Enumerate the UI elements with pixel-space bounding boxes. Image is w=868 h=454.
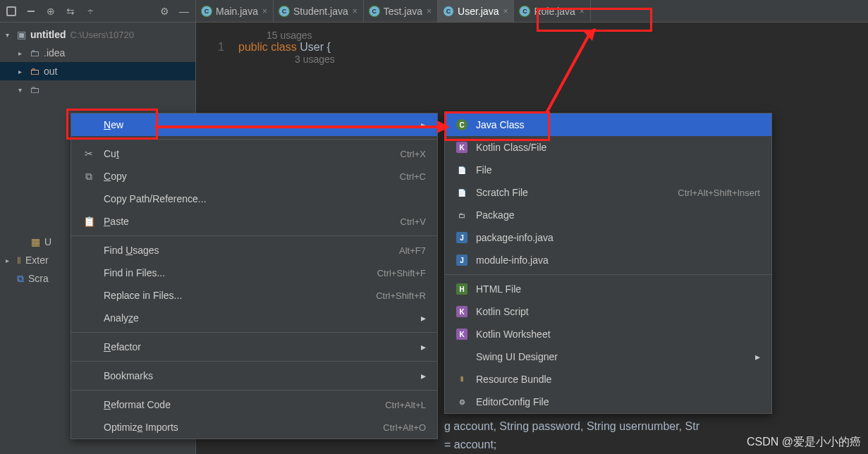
tree-folder[interactable]: ▾ 🗀	[0, 80, 195, 99]
file-icon: ▦	[31, 236, 40, 247]
minus-icon[interactable]	[25, 6, 37, 17]
java-class-icon: C	[369, 6, 379, 16]
menu-package-info[interactable]: J package-info.java	[445, 226, 771, 249]
menu-replacefiles[interactable]: Replace in Files... Ctrl+Shift+R	[71, 284, 437, 307]
kotlin-icon: K	[456, 142, 467, 153]
tree-label: Exter	[25, 254, 49, 266]
menu-java-class[interactable]: C Java Class	[445, 114, 771, 136]
code-line: public class User {	[238, 41, 331, 54]
arrows-icon[interactable]: ⇆	[65, 6, 76, 17]
usages-hint[interactable]: 3 usages	[196, 54, 868, 65]
context-menu-new: C Java Class K Kotlin Class/File 📄 File …	[444, 113, 772, 414]
menu-bookmarks[interactable]: Bookmarks ▸	[71, 364, 437, 387]
file-icon: 📄	[456, 164, 467, 176]
chevron-right-icon: ▸	[421, 370, 426, 381]
tab-label: Role.java	[534, 6, 575, 17]
menu-editorconfig[interactable]: ⚙ EditorConfig File	[445, 391, 771, 413]
menu-file[interactable]: 📄 File	[445, 159, 771, 181]
menu-kotlin-worksheet[interactable]: K Kotlin Worksheet	[445, 323, 771, 345]
divide-icon[interactable]: ÷	[85, 6, 96, 17]
chevron-right-icon: ▸	[18, 49, 25, 57]
menu-swing-designer[interactable]: Swing UI Designer ▸	[445, 345, 771, 368]
usages-hint[interactable]: 15 usages	[196, 30, 868, 41]
libs-icon: ⦀	[17, 254, 21, 266]
menu-refactor[interactable]: Refactor ▸	[71, 336, 437, 358]
menu-findusages[interactable]: Find Usages Alt+F7	[71, 239, 437, 262]
tab-label: Test.java	[384, 6, 422, 17]
tab-test[interactable]: C Test.java ×	[364, 0, 438, 22]
menu-separator	[445, 274, 771, 275]
close-icon[interactable]: ×	[580, 6, 585, 16]
tree-path: C:\Users\10720	[71, 30, 134, 40]
tab-label: Student.java	[293, 6, 348, 17]
project-toolbar: ⊕ ⇆ ÷ ⚙ —	[0, 0, 195, 23]
tree-label: untitled	[30, 29, 66, 40]
cut-icon: ✂	[82, 148, 95, 159]
menu-findfiles[interactable]: Find in Files... Ctrl+Shift+F	[71, 262, 437, 284]
paste-icon: 📋	[82, 216, 95, 227]
html-icon: H	[456, 283, 467, 295]
watermark: CSDN @爱是小小的癌	[747, 435, 861, 450]
chevron-right-icon: ▸	[755, 351, 760, 362]
module-icon: ▣	[17, 29, 26, 40]
close-icon[interactable]: ×	[427, 6, 432, 16]
menu-analyze[interactable]: Analyze ▸	[71, 307, 437, 329]
menu-separator	[71, 361, 437, 362]
tab-label: Main.java	[216, 6, 258, 17]
tree-out-folder[interactable]: ▸ 🗀 out	[0, 62, 195, 80]
menu-module-info[interactable]: J module-info.java	[445, 249, 771, 271]
project-dropdown-icon[interactable]	[6, 6, 17, 17]
java-class-icon: C	[202, 6, 212, 16]
target-icon[interactable]: ⊕	[45, 6, 56, 17]
editor-tabs: C Main.java × C Student.java × C Test.ja…	[196, 0, 868, 23]
tab-student[interactable]: C Student.java ×	[274, 0, 364, 22]
menu-scratch-file[interactable]: 📄 Scratch File Ctrl+Alt+Shift+Insert	[445, 181, 771, 204]
java-file-icon: J	[456, 232, 467, 243]
chevron-right-icon: ▸	[6, 257, 13, 264]
code-editor[interactable]: 15 usages 1 public class User { 3 usages	[196, 23, 868, 72]
hide-icon[interactable]: —	[178, 6, 190, 17]
menu-separator	[71, 332, 437, 333]
gear-icon: ⚙	[456, 396, 467, 407]
chevron-down-icon: ▾	[6, 31, 13, 39]
menu-kotlin-script[interactable]: K Kotlin Script	[445, 300, 771, 323]
menu-cut[interactable]: ✂ Cut Ctrl+X	[71, 142, 437, 165]
menu-html-file[interactable]: H HTML File	[445, 278, 771, 300]
copy-icon: ⧉	[82, 171, 95, 183]
tab-main[interactable]: C Main.java ×	[196, 0, 274, 22]
menu-reformat[interactable]: Reformat Code Ctrl+Alt+L	[71, 393, 437, 416]
menu-copy[interactable]: ⧉ Copy Ctrl+C	[71, 165, 437, 188]
chevron-right-icon: ▸	[421, 119, 426, 130]
menu-package[interactable]: 🗀 Package	[445, 204, 771, 226]
tab-role[interactable]: C Role.java ×	[514, 0, 590, 22]
folder-icon: 🗀	[30, 47, 39, 59]
tree-root[interactable]: ▾ ▣ untitled C:\Users\10720	[0, 25, 195, 44]
chevron-down-icon: ▾	[18, 86, 25, 94]
menu-separator	[71, 235, 437, 236]
tree-idea-folder[interactable]: ▸ 🗀 .idea	[0, 44, 195, 62]
menu-kotlin-class[interactable]: K Kotlin Class/File	[445, 136, 771, 159]
close-icon[interactable]: ×	[262, 6, 267, 16]
tab-user[interactable]: C User.java ×	[438, 0, 514, 22]
folder-icon: 🗀	[30, 66, 39, 77]
tree-label: U	[44, 236, 51, 247]
menu-copypath[interactable]: Copy Path/Reference...	[71, 188, 437, 210]
resource-icon: ⦀	[456, 374, 467, 385]
chevron-right-icon: ▸	[421, 341, 426, 352]
menu-optimize[interactable]: Optimize Imports Ctrl+Alt+O	[71, 416, 437, 438]
menu-resource-bundle[interactable]: ⦀ Resource Bundle	[445, 368, 771, 391]
close-icon[interactable]: ×	[353, 6, 357, 16]
tree-label: .idea	[44, 47, 65, 59]
menu-new[interactable]: New ▸	[71, 114, 437, 136]
tree-label: Scra	[28, 273, 49, 284]
close-icon[interactable]: ×	[503, 6, 508, 16]
gear-icon[interactable]: ⚙	[159, 6, 170, 17]
folder-icon: 🗀	[30, 84, 39, 95]
tab-label: User.java	[458, 6, 499, 17]
code-line: g account, String password, String usern…	[444, 417, 699, 436]
code-line: = account;	[444, 436, 699, 454]
context-menu-main: New ▸ ✂ Cut Ctrl+X ⧉ Copy Ctrl+C Copy Pa…	[71, 113, 438, 439]
kotlin-icon: K	[456, 306, 467, 317]
menu-paste[interactable]: 📋 Paste Ctrl+V	[71, 210, 437, 233]
chevron-right-icon: ▸	[421, 312, 426, 324]
